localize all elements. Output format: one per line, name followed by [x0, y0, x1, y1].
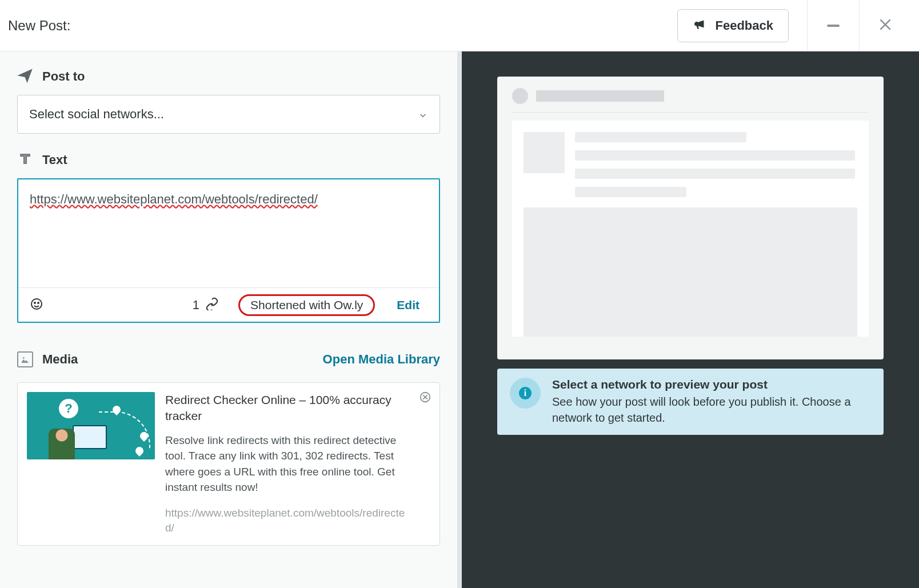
text-icon	[17, 151, 33, 169]
media-header: Media Open Media Library	[17, 351, 440, 367]
media-title: Media	[42, 352, 78, 367]
line-placeholder	[575, 132, 746, 142]
social-network-select[interactable]: Select social networks...	[17, 95, 440, 134]
link-icon	[205, 297, 219, 314]
megaphone-icon	[693, 17, 708, 35]
feedback-label: Feedback	[716, 18, 774, 33]
text-title: Text	[42, 153, 67, 167]
topbar-actions: Feedback	[677, 0, 912, 51]
preview-info-banner: i Select a network to preview your post …	[497, 369, 884, 435]
minimize-button[interactable]	[808, 0, 859, 51]
feedback-button[interactable]: Feedback	[677, 9, 789, 42]
remove-icon	[419, 395, 431, 405]
image-icon	[17, 351, 33, 367]
link-preview-title: Redirect Checker Online – 100% accuracy …	[165, 392, 413, 425]
link-preview-url: https://www.websiteplanet.com/webtools/r…	[165, 506, 413, 536]
close-button[interactable]	[860, 0, 911, 51]
info-banner-title: Select a network to preview your post	[552, 378, 871, 391]
line-placeholder	[575, 150, 855, 161]
text-header: Text	[17, 151, 440, 169]
post-to-header: Post to	[17, 67, 440, 86]
line-placeholder	[575, 169, 855, 179]
remove-link-preview-button[interactable]	[419, 391, 431, 403]
emoji-button[interactable]	[30, 297, 43, 313]
preview-post-placeholder	[512, 121, 869, 337]
topbar: New Post: Feedback	[0, 0, 919, 51]
svg-point-3	[23, 357, 25, 359]
svg-point-1	[34, 302, 35, 303]
preview-card	[497, 77, 884, 359]
thumb-placeholder	[524, 132, 565, 173]
preview-pane: i Select a network to preview your post …	[462, 51, 919, 588]
link-preview-info: Redirect Checker Online – 100% accuracy …	[165, 392, 430, 536]
minimize-icon	[827, 25, 840, 27]
link-preview-thumbnail: ?	[27, 392, 155, 459]
link-preview-description: Resolve link redirects with this redirec…	[165, 433, 413, 495]
name-placeholder	[536, 90, 664, 102]
main: Post to Select social networks... Text	[0, 51, 919, 588]
edit-link-button[interactable]: Edit	[397, 298, 427, 312]
open-media-library-button[interactable]: Open Media Library	[323, 352, 440, 367]
link-count: 1	[193, 297, 219, 314]
chevron-down-icon	[418, 109, 428, 119]
page-title: New Post:	[7, 18, 70, 34]
svg-point-2	[38, 302, 39, 303]
avatar-placeholder	[512, 88, 528, 104]
image-placeholder	[524, 207, 857, 337]
post-to-title: Post to	[42, 69, 85, 84]
composer-toolbar: 1 Shortened with Ow.ly Edit	[18, 287, 439, 322]
select-placeholder: Select social networks...	[29, 107, 164, 122]
svg-point-0	[31, 299, 42, 309]
composer-pane: Post to Select social networks... Text	[0, 51, 462, 588]
post-text-input[interactable]	[18, 179, 439, 285]
link-preview-card: ? Redirect Checker Online – 100% accurac…	[17, 382, 440, 546]
close-icon	[878, 17, 893, 34]
info-icon: i	[510, 378, 541, 409]
emoji-icon	[30, 303, 43, 313]
paper-plane-icon	[17, 67, 33, 86]
text-composer: 1 Shortened with Ow.ly Edit	[17, 178, 440, 323]
shortened-pill: Shortened with Ow.ly	[238, 294, 375, 316]
preview-header-placeholder	[512, 87, 869, 113]
info-banner-desc: See how your post will look before you p…	[552, 394, 871, 426]
link-count-value: 1	[193, 298, 199, 313]
line-placeholder	[575, 187, 686, 197]
